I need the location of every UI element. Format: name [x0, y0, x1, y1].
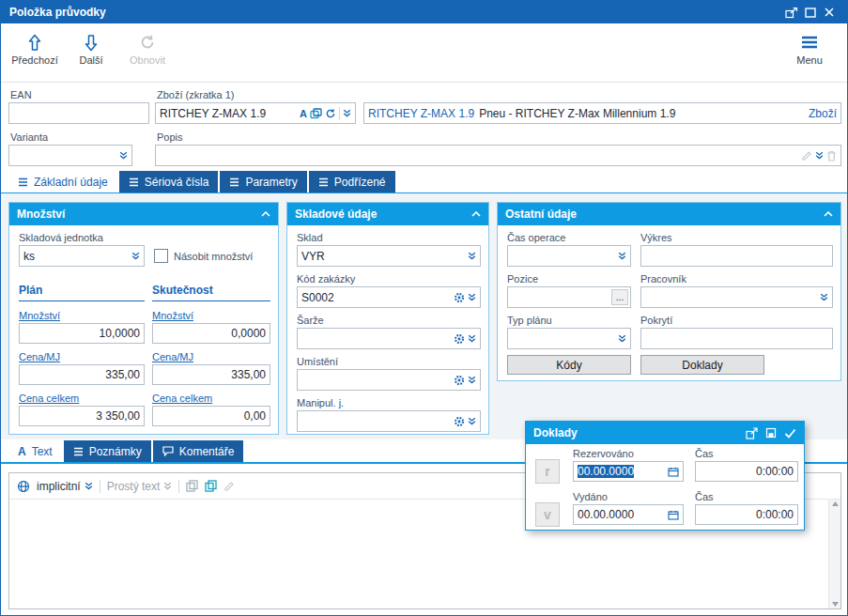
main-toolbar: Předchozí Další Obnovit Menu	[1, 23, 847, 83]
dropdown-icon[interactable]	[468, 252, 476, 260]
gear-icon[interactable]	[454, 375, 465, 386]
format-select[interactable]: Prostý text	[107, 480, 173, 493]
pozice-more-button[interactable]: ...	[611, 289, 628, 305]
plan-cena-celkem-label[interactable]: Cena celkem	[19, 393, 79, 404]
next-button[interactable]: Další	[63, 28, 119, 66]
copy-icon[interactable]	[186, 480, 198, 492]
menu-button[interactable]: Menu	[781, 28, 838, 66]
plan-mnozstvi-input[interactable]: 10,0000	[19, 323, 145, 344]
scroll-up-icon[interactable]	[832, 501, 839, 506]
dropdown-icon[interactable]	[468, 417, 476, 425]
reserved-time-input[interactable]: 0:00:00	[695, 461, 798, 482]
dropdown-icon[interactable]	[131, 252, 140, 260]
close-icon[interactable]	[820, 3, 839, 22]
tab-parametry[interactable]: Parametry	[220, 171, 306, 192]
sync-icon[interactable]	[325, 108, 336, 119]
pokryti-input[interactable]	[640, 328, 833, 349]
refresh-label: Obnovit	[130, 54, 165, 66]
ean-input[interactable]	[8, 102, 149, 124]
sarze-input[interactable]	[297, 328, 481, 349]
calendar-icon[interactable]	[668, 467, 679, 477]
product-name-field[interactable]: RITCHEY Z-MAX 1.9 Pneu - RITCHEY Z-Max M…	[363, 102, 841, 124]
dropdown-icon[interactable]	[119, 151, 128, 160]
actual-mnozstvi-label[interactable]: Množství	[152, 310, 193, 321]
dropdown-icon[interactable]	[343, 109, 351, 117]
product-code-input[interactable]: RITCHEY Z-MAX 1.9 A	[155, 102, 356, 124]
tab-seriova-cisla[interactable]: Sériová čísla	[119, 171, 219, 192]
description-input[interactable]	[155, 145, 841, 166]
tab-text[interactable]: A Text	[8, 440, 62, 462]
actual-cena-mj-input[interactable]: 335,00	[152, 364, 270, 385]
refresh-button[interactable]: Obnovit	[119, 28, 176, 66]
plan-cena-mj-label[interactable]: Cena/MJ	[19, 351, 60, 362]
cas-operace-combo[interactable]	[507, 245, 631, 267]
actual-cena-celkem-input[interactable]: 0,00	[152, 406, 270, 426]
window-popout-icon[interactable]	[782, 3, 801, 22]
doklady-button[interactable]: Doklady	[640, 355, 764, 375]
letter-a-icon[interactable]: A	[300, 108, 307, 119]
calendar-icon[interactable]	[668, 510, 679, 520]
dropdown-icon	[85, 482, 93, 490]
list-icon	[129, 177, 139, 187]
reserved-letter-button[interactable]: r	[535, 459, 560, 484]
vykres-input[interactable]	[640, 245, 833, 267]
plan-cena-celkem-input[interactable]: 3 350,00	[19, 406, 145, 426]
product-link[interactable]: Zboží	[809, 107, 837, 120]
menu-label: Menu	[796, 54, 823, 66]
issued-time-input[interactable]: 0:00:00	[695, 504, 798, 525]
pencil-icon[interactable]	[801, 150, 812, 162]
tab-komentare[interactable]: Komentáře	[153, 440, 244, 462]
issued-date-input[interactable]: 00.00.0000	[573, 504, 684, 525]
pracovnik-combo[interactable]	[640, 286, 833, 308]
tab-zakladni-udaje[interactable]: Základní údaje	[8, 171, 117, 192]
popout-icon[interactable]	[746, 427, 758, 439]
dropdown-icon[interactable]	[468, 334, 476, 343]
manipul-input[interactable]	[297, 410, 481, 432]
multiply-checkbox[interactable]	[154, 249, 168, 263]
arrow-up-icon	[27, 33, 42, 52]
maximize-icon[interactable]	[801, 3, 820, 22]
kody-button[interactable]: Kódy	[507, 355, 631, 375]
dropdown-icon[interactable]	[820, 293, 828, 301]
product-name-code: RITCHEY Z-MAX 1.9	[368, 107, 474, 120]
collapse-icon[interactable]	[824, 211, 833, 217]
tab-podrizene[interactable]: Podřízené	[309, 171, 395, 192]
confirm-check-icon[interactable]	[784, 428, 796, 439]
related-items-icon[interactable]	[310, 108, 322, 119]
variant-combo[interactable]	[8, 145, 132, 166]
panel-skladove-header: Skladové údaje	[287, 203, 488, 225]
plan-mnozstvi-label[interactable]: Množství	[19, 310, 60, 321]
scroll-down-icon[interactable]	[832, 602, 839, 607]
dock-icon[interactable]	[765, 427, 777, 439]
dropdown-icon[interactable]	[815, 151, 824, 160]
editor-scrollbar[interactable]	[828, 500, 840, 608]
actual-mnozstvi-input[interactable]: 0,0000	[152, 323, 270, 344]
zakazka-input[interactable]: S0002	[297, 286, 481, 308]
paste-icon[interactable]	[205, 480, 217, 492]
gear-icon[interactable]	[454, 292, 465, 303]
issued-letter-button[interactable]: v	[535, 502, 560, 527]
dropdown-icon[interactable]	[618, 334, 626, 343]
collapse-icon[interactable]	[471, 211, 481, 217]
actual-cena-celkem-label[interactable]: Cena celkem	[152, 393, 212, 404]
reserved-date-input[interactable]: 00.00.0000	[573, 461, 684, 482]
dropdown-icon[interactable]	[468, 293, 476, 301]
typ-planu-combo[interactable]	[507, 328, 631, 349]
umisteni-input[interactable]	[297, 369, 481, 391]
actual-cena-mj-label[interactable]: Cena/MJ	[152, 351, 193, 362]
gear-icon[interactable]	[454, 416, 465, 427]
sklad-combo[interactable]: VYR	[297, 245, 481, 267]
dropdown-icon[interactable]	[618, 252, 626, 260]
pozice-input[interactable]: ...	[507, 286, 631, 308]
plan-cena-mj-input[interactable]: 335,00	[19, 364, 145, 385]
typ-planu-label: Typ plánu	[507, 315, 552, 326]
dropdown-icon[interactable]	[468, 376, 476, 384]
collapse-icon[interactable]	[261, 211, 270, 217]
gear-icon[interactable]	[454, 333, 465, 345]
tab-poznamky[interactable]: Poznámky	[64, 440, 151, 462]
edit-pencil-icon[interactable]	[224, 481, 235, 492]
language-select[interactable]: implicitní	[37, 480, 93, 493]
unit-combo[interactable]: ks	[19, 245, 145, 267]
trash-icon[interactable]	[826, 150, 837, 162]
previous-button[interactable]: Předchozí	[7, 28, 63, 66]
